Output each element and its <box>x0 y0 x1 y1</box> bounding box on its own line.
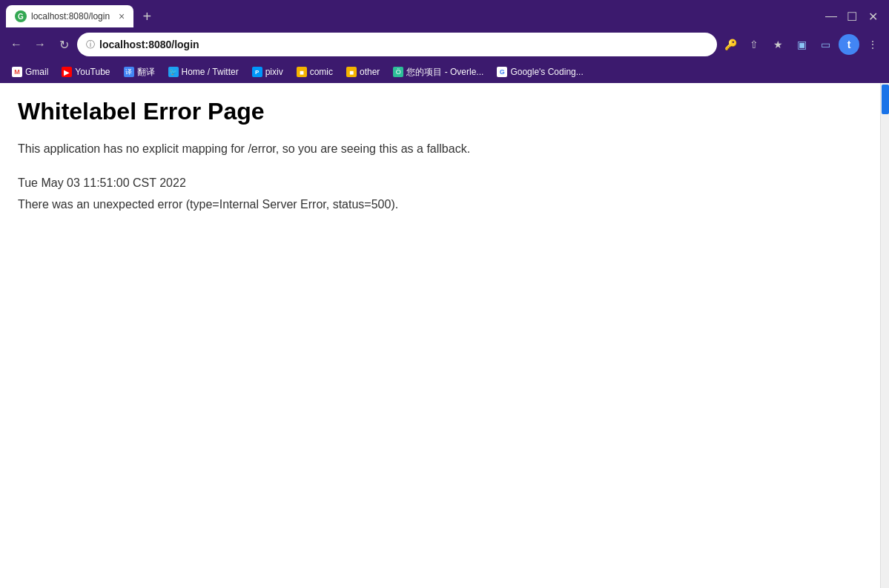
profile-button[interactable]: t <box>839 34 859 55</box>
bookmark-overle[interactable]: Ö 您的项目 - Overle... <box>387 65 489 80</box>
active-tab[interactable]: G localhost:8080/login × <box>6 5 133 27</box>
menu-icon[interactable]: ⋮ <box>862 34 883 55</box>
bookmark-comic[interactable]: ■ comic <box>291 65 339 79</box>
pixiv-label: pixiv <box>265 67 283 77</box>
nav-actions: 🔑 ⇧ ★ ▣ ▭ t ⋮ <box>720 34 883 55</box>
translate-label: 翻译 <box>137 66 155 79</box>
comic-favicon: ■ <box>297 67 307 77</box>
browser-content: Whitelabel Error Page This application h… <box>0 83 889 588</box>
tab-close-icon[interactable]: × <box>119 10 125 22</box>
scrollbar-thumb <box>882 85 889 114</box>
address-bar[interactable]: ⓘ localhost:8080/login <box>77 33 717 56</box>
error-status: There was an unexpected error (type=Inte… <box>18 194 862 216</box>
forward-button[interactable]: → <box>30 34 50 55</box>
bookmark-google[interactable]: G Google's Coding... <box>491 65 589 79</box>
window-controls: — ☐ ✕ <box>824 9 883 24</box>
bookmark-twitter[interactable]: 🐦 Home / Twitter <box>162 65 245 79</box>
address-text: localhost:8080/login <box>99 39 708 50</box>
page-scrollbar[interactable] <box>880 83 889 588</box>
browser-chrome: G localhost:8080/login × + — ☐ ✕ ← → ↻ ⓘ… <box>0 0 889 83</box>
bookmark-youtube[interactable]: ▶ YouTube <box>56 65 116 79</box>
error-title: Whitelabel Error Page <box>18 98 862 125</box>
overle-favicon: Ö <box>393 67 403 77</box>
key-icon[interactable]: 🔑 <box>720 34 741 55</box>
bookmark-gmail[interactable]: M Gmail <box>6 65 54 79</box>
bookmark-icon[interactable]: ★ <box>767 34 788 55</box>
new-tab-button[interactable]: + <box>136 6 157 27</box>
bookmark-other[interactable]: ■ other <box>340 65 386 79</box>
twitter-favicon: 🐦 <box>168 67 179 77</box>
share-icon[interactable]: ⇧ <box>744 34 764 55</box>
bookmark-translate[interactable]: 译 翻译 <box>118 65 161 80</box>
close-icon[interactable]: ✕ <box>865 9 880 24</box>
nav-bar: ← → ↻ ⓘ localhost:8080/login 🔑 ⇧ ★ ▣ ▭ t… <box>0 28 889 61</box>
refresh-button[interactable]: ↻ <box>53 34 74 55</box>
extensions-icon[interactable]: ▣ <box>791 34 812 55</box>
pixiv-favicon: P <box>252 67 262 77</box>
bookmarks-bar: M Gmail ▶ YouTube 译 翻译 🐦 Home / Twitter … <box>0 61 889 83</box>
tab-title: localhost:8080/login <box>31 11 110 22</box>
back-button[interactable]: ← <box>6 34 27 55</box>
maximize-icon[interactable]: ☐ <box>845 9 859 24</box>
google-label: Google's Coding... <box>510 67 583 77</box>
sidebar-icon[interactable]: ▭ <box>815 34 836 55</box>
youtube-label: YouTube <box>75 67 110 77</box>
google-favicon: G <box>497 67 507 77</box>
bookmark-pixiv[interactable]: P pixiv <box>246 65 289 79</box>
twitter-label: Home / Twitter <box>182 67 239 77</box>
gmail-label: Gmail <box>25 67 48 77</box>
other-label: other <box>360 67 380 77</box>
tab-favicon: G <box>15 10 27 22</box>
gmail-favicon: M <box>12 67 22 77</box>
tab-bar: G localhost:8080/login × + — ☐ ✕ <box>0 0 889 28</box>
overle-label: 您的项目 - Overle... <box>406 66 483 79</box>
youtube-favicon: ▶ <box>62 67 72 77</box>
web-page: Whitelabel Error Page This application h… <box>0 83 880 588</box>
other-favicon: ■ <box>346 67 357 77</box>
error-time: Tue May 03 11:51:00 CST 2022 <box>18 173 862 194</box>
error-description: This application has no explicit mapping… <box>18 140 862 158</box>
lock-icon: ⓘ <box>86 39 95 51</box>
translate-favicon: 译 <box>124 67 134 77</box>
minimize-icon[interactable]: — <box>824 9 839 24</box>
comic-label: comic <box>310 67 333 77</box>
